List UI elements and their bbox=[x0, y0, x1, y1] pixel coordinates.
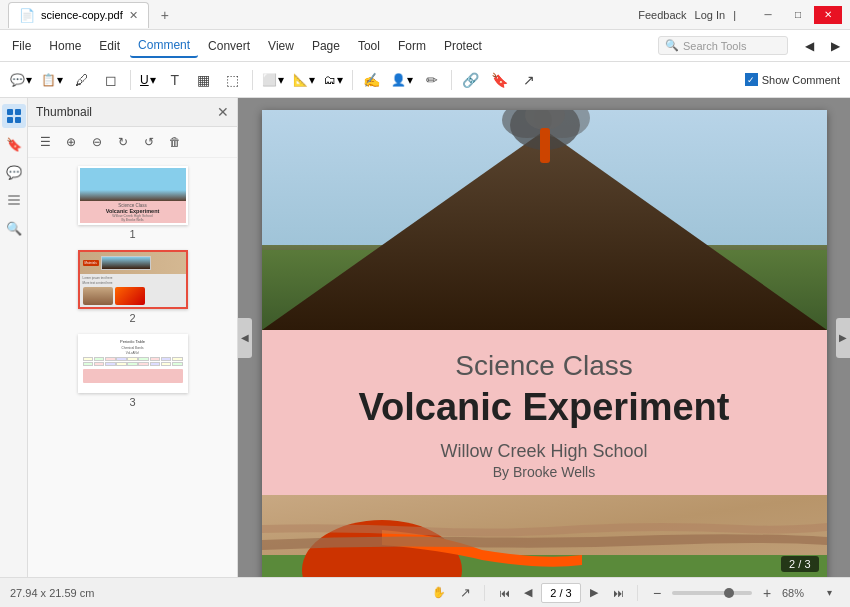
separator bbox=[484, 585, 485, 601]
tab-close-button[interactable]: ✕ bbox=[129, 9, 138, 22]
feedback-link[interactable]: Feedback bbox=[638, 9, 686, 21]
shape-dropdown[interactable]: ⬜ ▾ bbox=[258, 71, 288, 89]
thumbnail-close-button[interactable]: ✕ bbox=[217, 104, 229, 120]
arrow-btn[interactable]: ↗ bbox=[515, 66, 543, 94]
sidebar-icon-comment[interactable]: 💬 bbox=[2, 160, 26, 184]
note-icon: 💬 bbox=[10, 73, 25, 87]
nav-back-button[interactable]: ◀ bbox=[798, 35, 820, 57]
expand-right-button[interactable]: ▶ bbox=[836, 318, 850, 358]
menu-page[interactable]: Page bbox=[304, 35, 348, 57]
thumb-zoom-out-btn[interactable]: ⊖ bbox=[86, 131, 108, 153]
highlight-btn[interactable]: 🖊 bbox=[68, 66, 96, 94]
svg-rect-14 bbox=[540, 128, 550, 163]
thumbnail-header: Thumbnail ✕ bbox=[28, 98, 237, 127]
minimize-button[interactable]: ─ bbox=[754, 6, 782, 24]
toolbar-group-5: 🔗 🔖 ↗ bbox=[457, 66, 543, 94]
menu-file[interactable]: File bbox=[4, 35, 39, 57]
separator: | bbox=[733, 9, 736, 21]
people-dropdown[interactable]: 👤 ▾ bbox=[387, 71, 417, 89]
thumb-menu-btn[interactable]: ☰ bbox=[34, 131, 56, 153]
thumbnail-title: Thumbnail bbox=[36, 105, 92, 119]
menu-tool[interactable]: Tool bbox=[350, 35, 388, 57]
menu-view[interactable]: View bbox=[260, 35, 302, 57]
prev-page-button[interactable]: ◀ bbox=[517, 582, 539, 604]
titlebar-right: Feedback Log In | ─ □ ✕ bbox=[638, 6, 842, 24]
link-btn[interactable]: 🔗 bbox=[457, 66, 485, 94]
sidebar-icon-search[interactable]: 🔍 bbox=[2, 216, 26, 240]
text-btn[interactable]: T bbox=[161, 66, 189, 94]
tab-filename: science-copy.pdf bbox=[41, 9, 123, 21]
underline-icon: U bbox=[140, 73, 149, 87]
stamp2-arrow: ▾ bbox=[337, 73, 343, 87]
note-dropdown-arrow: ▾ bbox=[26, 73, 32, 87]
last-page-button[interactable]: ⏭ bbox=[607, 582, 629, 604]
note-dropdown[interactable]: 💬 ▾ bbox=[6, 71, 36, 89]
thumb-img-2: Materials Lorem ipsum text here More tex… bbox=[78, 250, 188, 309]
stamp2-icon: 🗂 bbox=[324, 73, 336, 87]
menu-form[interactable]: Form bbox=[390, 35, 434, 57]
tab-science-copy[interactable]: 📄 science-copy.pdf ✕ bbox=[8, 2, 149, 28]
thumbnail-page-1[interactable]: Science Class Volcanic Experiment Willow… bbox=[78, 166, 188, 240]
thumb-zoom-in-btn[interactable]: ⊕ bbox=[60, 131, 82, 153]
menu-home[interactable]: Home bbox=[41, 35, 89, 57]
collapse-panel-button[interactable]: ◀ bbox=[238, 318, 252, 358]
search-placeholder: Search Tools bbox=[683, 40, 746, 52]
text-box-btn[interactable]: ▦ bbox=[190, 66, 218, 94]
menu-edit[interactable]: Edit bbox=[91, 35, 128, 57]
bookmark-btn[interactable]: 🔖 bbox=[486, 66, 514, 94]
next-page-button[interactable]: ▶ bbox=[583, 582, 605, 604]
zoom-dropdown-button[interactable]: ▾ bbox=[818, 582, 840, 604]
first-page-button[interactable]: ⏮ bbox=[493, 582, 515, 604]
measure-dropdown[interactable]: 📐 ▾ bbox=[289, 71, 319, 89]
maximize-button[interactable]: □ bbox=[784, 6, 812, 24]
zoom-slider[interactable] bbox=[672, 591, 752, 595]
thumb-delete-btn[interactable]: 🗑 bbox=[164, 131, 186, 153]
toolbar-group-4: ✍ 👤 ▾ ✏ bbox=[358, 66, 446, 94]
search-tools[interactable]: 🔍 Search Tools bbox=[658, 36, 788, 55]
window-controls: ─ □ ✕ bbox=[754, 6, 842, 24]
thumbnail-page-3[interactable]: Periodic Table Chemical Bonds VoLcANo! bbox=[78, 334, 188, 408]
menu-protect[interactable]: Protect bbox=[436, 35, 490, 57]
callout-btn[interactable]: ⬚ bbox=[219, 66, 247, 94]
separator-2 bbox=[637, 585, 638, 601]
titlebar: 📄 science-copy.pdf ✕ + Feedback Log In |… bbox=[0, 0, 850, 30]
underline-dropdown[interactable]: U ▾ bbox=[136, 71, 160, 89]
thumb-rotate-ccw-btn[interactable]: ↺ bbox=[138, 131, 160, 153]
sidebar-icon-thumbnails[interactable] bbox=[2, 104, 26, 128]
show-comment-label: Show Comment bbox=[762, 74, 840, 86]
sidebar-icon-layers[interactable] bbox=[2, 188, 26, 212]
thumbnail-page-2[interactable]: Materials Lorem ipsum text here More tex… bbox=[78, 250, 188, 324]
toolbar-group-2: U ▾ T ▦ ⬚ bbox=[136, 66, 247, 94]
sidebar-icon-bookmark[interactable]: 🔖 bbox=[2, 132, 26, 156]
zoom-out-button[interactable]: − bbox=[646, 582, 668, 604]
svg-rect-6 bbox=[8, 203, 20, 205]
stamp2-dropdown[interactable]: 🗂 ▾ bbox=[320, 71, 347, 89]
measure-arrow: ▾ bbox=[309, 73, 315, 87]
eraser-btn[interactable]: ◻ bbox=[97, 66, 125, 94]
close-button[interactable]: ✕ bbox=[814, 6, 842, 24]
login-link[interactable]: Log In bbox=[695, 9, 726, 21]
pdf-page: W bbox=[262, 110, 827, 577]
separator-4 bbox=[451, 70, 452, 90]
people-icon: 👤 bbox=[391, 73, 406, 87]
new-tab-button[interactable]: + bbox=[153, 3, 177, 27]
hand-tool-button[interactable]: ✋ bbox=[428, 582, 450, 604]
show-comment-checkbox[interactable]: ✓ bbox=[745, 73, 758, 86]
nav-forward-button[interactable]: ▶ bbox=[824, 35, 846, 57]
svg-rect-4 bbox=[8, 195, 20, 197]
pdf-crosssection-image bbox=[262, 495, 827, 577]
signature-btn[interactable]: ✍ bbox=[358, 66, 386, 94]
stamp-dropdown[interactable]: 📋 ▾ bbox=[37, 71, 67, 89]
page-number-input[interactable] bbox=[541, 583, 581, 603]
thumb-rotate-cw-btn[interactable]: ↻ bbox=[112, 131, 134, 153]
draw-btn[interactable]: ✏ bbox=[418, 66, 446, 94]
separator-2 bbox=[252, 70, 253, 90]
cursor-tool-button[interactable]: ↗ bbox=[454, 582, 476, 604]
thumbnail-panel: Thumbnail ✕ ☰ ⊕ ⊖ ↻ ↺ 🗑 Science Class Vo… bbox=[28, 98, 238, 577]
menu-convert[interactable]: Convert bbox=[200, 35, 258, 57]
pdf-subtitle: Willow Creek High School bbox=[282, 441, 807, 462]
show-comment-toggle[interactable]: ✓ Show Comment bbox=[741, 73, 844, 86]
menu-comment[interactable]: Comment bbox=[130, 34, 198, 58]
zoom-level: 68% bbox=[782, 587, 814, 599]
zoom-in-button[interactable]: + bbox=[756, 582, 778, 604]
